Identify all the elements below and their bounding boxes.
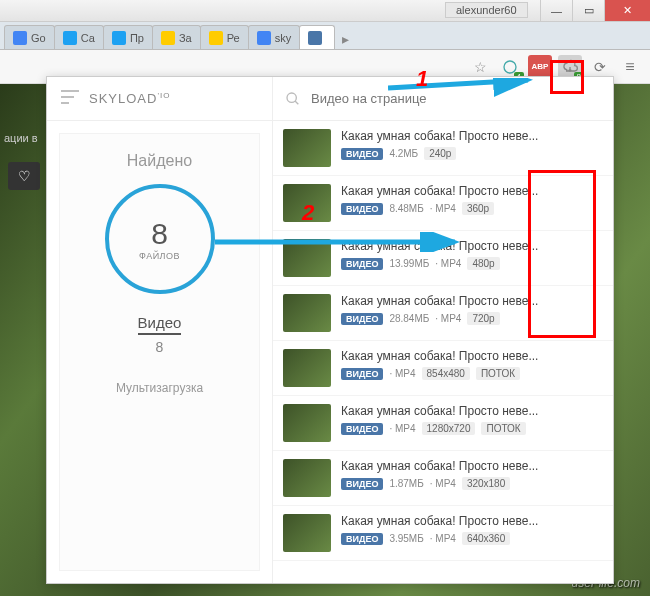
extension-icon[interactable]: 4 bbox=[498, 55, 522, 79]
video-item[interactable]: Какая умная собака! Просто неве...ВИДЕО8… bbox=[273, 176, 613, 231]
files-count: 8 bbox=[151, 217, 168, 251]
item-format: · MP4 bbox=[435, 258, 461, 269]
abp-icon[interactable]: ABP bbox=[528, 55, 552, 79]
tab-favicon bbox=[63, 31, 77, 45]
browser-tab[interactable]: Go bbox=[4, 25, 55, 49]
item-title: Какая умная собака! Просто неве... bbox=[341, 459, 603, 473]
video-item[interactable]: Какая умная собака! Просто неве...ВИДЕО·… bbox=[273, 396, 613, 451]
item-format: · MP4 bbox=[430, 533, 456, 544]
vk-badge: ВИДЕО bbox=[341, 478, 383, 490]
vk-badge: ВИДЕО bbox=[341, 533, 383, 545]
annotation-number-2: 2 bbox=[302, 200, 314, 226]
found-label: Найдено bbox=[127, 152, 192, 170]
browser-tab[interactable]: Пр bbox=[103, 25, 153, 49]
tab-label: Са bbox=[81, 32, 95, 44]
item-title: Какая умная собака! Просто неве... bbox=[341, 294, 603, 308]
tab-favicon bbox=[112, 31, 126, 45]
annotation-arrow-1 bbox=[388, 78, 538, 98]
video-tab[interactable]: Видео bbox=[138, 314, 182, 335]
item-format: · MP4 bbox=[389, 423, 415, 434]
browser-tab[interactable] bbox=[299, 25, 335, 49]
video-item[interactable]: Какая умная собака! Просто неве...ВИДЕО2… bbox=[273, 286, 613, 341]
files-circle: 8 ФАЙЛОВ bbox=[105, 184, 215, 294]
popup-right-panel: Видео на странице Какая умная собака! Пр… bbox=[273, 77, 613, 583]
close-button[interactable]: ✕ bbox=[604, 0, 650, 21]
vk-badge: ВИДЕО bbox=[341, 313, 383, 325]
tab-strip: GoСаПрЗаРеsky▸ bbox=[0, 22, 650, 50]
item-stream[interactable]: ПОТОК bbox=[476, 367, 520, 380]
item-title: Какая умная собака! Просто неве... bbox=[341, 129, 603, 143]
svg-point-0 bbox=[504, 61, 516, 73]
tab-label: sky bbox=[275, 32, 292, 44]
vk-badge: ВИДЕО bbox=[341, 368, 383, 380]
sync-icon[interactable]: ⟳ bbox=[588, 55, 612, 79]
bookmark-star-icon[interactable]: ☆ bbox=[468, 55, 492, 79]
maximize-button[interactable]: ▭ bbox=[572, 0, 604, 21]
video-item[interactable]: Какая умная собака! Просто неве...ВИДЕО3… bbox=[273, 506, 613, 561]
tab-favicon bbox=[209, 31, 223, 45]
menu-icon[interactable]: ≡ bbox=[618, 55, 642, 79]
search-icon bbox=[285, 91, 301, 107]
browser-tab[interactable]: Са bbox=[54, 25, 104, 49]
item-resolution[interactable]: 720p bbox=[467, 312, 499, 325]
item-resolution[interactable]: 1280x720 bbox=[422, 422, 476, 435]
video-thumbnail bbox=[283, 404, 331, 442]
item-resolution[interactable]: 854x480 bbox=[422, 367, 470, 380]
skyload-icon[interactable]: 8 bbox=[558, 55, 582, 79]
item-size: 4.2МБ bbox=[389, 148, 418, 159]
video-item[interactable]: Какая умная собака! Просто неве...ВИДЕО1… bbox=[273, 451, 613, 506]
menu-lines-icon[interactable] bbox=[61, 90, 79, 108]
skyload-popup: SKYLOAD'IO Найдено 8 ФАЙЛОВ Видео 8 Муль… bbox=[46, 76, 614, 584]
browser-tab[interactable]: Ре bbox=[200, 25, 249, 49]
item-title: Какая умная собака! Просто неве... bbox=[341, 404, 603, 418]
item-size: 3.95МБ bbox=[389, 533, 423, 544]
vk-badge: ВИДЕО bbox=[341, 258, 383, 270]
skyload-brand: SKYLOAD'IO bbox=[89, 91, 170, 106]
tab-label: Пр bbox=[130, 32, 144, 44]
item-resolution[interactable]: 480p bbox=[467, 257, 499, 270]
video-item[interactable]: Какая умная собака! Просто неве...ВИДЕО4… bbox=[273, 121, 613, 176]
tab-label: Go bbox=[31, 32, 46, 44]
svg-line-7 bbox=[388, 80, 528, 88]
tab-label: Ре bbox=[227, 32, 240, 44]
vk-badge: ВИДЕО bbox=[341, 148, 383, 160]
browser-tab[interactable]: За bbox=[152, 25, 201, 49]
window-titlebar: alexunder60 — ▭ ✕ bbox=[0, 0, 650, 22]
item-size: 8.48МБ bbox=[389, 203, 423, 214]
item-format: · MP4 bbox=[430, 203, 456, 214]
minimize-button[interactable]: — bbox=[540, 0, 572, 21]
multi-download-link[interactable]: Мультизагрузка bbox=[116, 381, 203, 395]
popup-left-header: SKYLOAD'IO bbox=[47, 77, 272, 121]
tab-favicon bbox=[257, 31, 271, 45]
like-button[interactable]: ♡ bbox=[8, 162, 40, 190]
tab-label: За bbox=[179, 32, 192, 44]
item-resolution[interactable]: 240p bbox=[424, 147, 456, 160]
svg-point-4 bbox=[287, 93, 296, 102]
item-title: Какая умная собака! Просто неве... bbox=[341, 514, 603, 528]
popup-summary: Найдено 8 ФАЙЛОВ Видео 8 Мультизагрузка bbox=[59, 133, 260, 571]
vk-badge: ВИДЕО bbox=[341, 203, 383, 215]
video-thumbnail bbox=[283, 459, 331, 497]
item-stream[interactable]: ПОТОК bbox=[481, 422, 525, 435]
browser-tab[interactable]: sky bbox=[248, 25, 301, 49]
item-resolution[interactable]: 640x360 bbox=[462, 532, 510, 545]
window-user: alexunder60 bbox=[445, 2, 528, 18]
page-text-fragment: ации в bbox=[4, 132, 38, 144]
video-thumbnail bbox=[283, 129, 331, 167]
new-tab-button[interactable]: ▸ bbox=[334, 29, 356, 49]
item-resolution[interactable]: 320x180 bbox=[462, 477, 510, 490]
item-format: · MP4 bbox=[435, 313, 461, 324]
item-size: 13.99МБ bbox=[389, 258, 429, 269]
annotation-arrow-2 bbox=[215, 232, 465, 252]
item-size: 28.84МБ bbox=[389, 313, 429, 324]
video-list: Какая умная собака! Просто неве...ВИДЕО4… bbox=[273, 121, 613, 583]
video-item[interactable]: Какая умная собака! Просто неве...ВИДЕО·… bbox=[273, 341, 613, 396]
item-title: Какая умная собака! Просто неве... bbox=[341, 184, 603, 198]
item-resolution[interactable]: 360p bbox=[462, 202, 494, 215]
vk-badge: ВИДЕО bbox=[341, 423, 383, 435]
tab-favicon bbox=[13, 31, 27, 45]
item-format: · MP4 bbox=[389, 368, 415, 379]
video-thumbnail bbox=[283, 294, 331, 332]
video-thumbnail bbox=[283, 514, 331, 552]
video-thumbnail bbox=[283, 349, 331, 387]
